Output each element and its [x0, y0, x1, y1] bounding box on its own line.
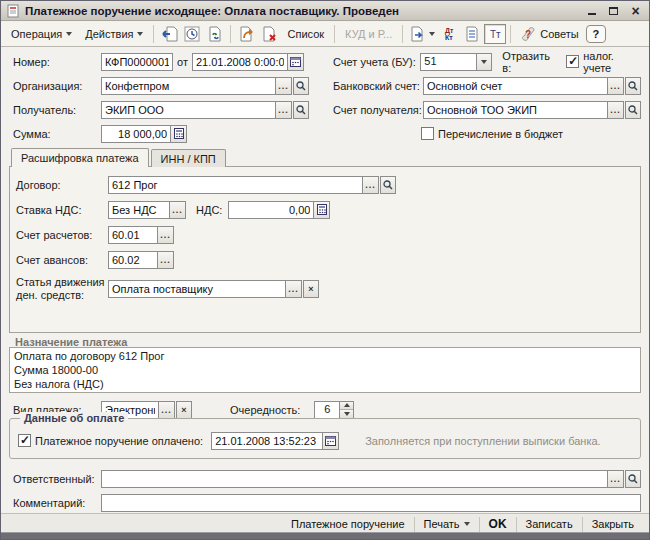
payment-type-select-button[interactable]: ... [159, 401, 175, 419]
priority-spinner[interactable] [340, 401, 354, 419]
priority-input[interactable]: 6 [314, 401, 340, 419]
responsible-input[interactable] [101, 470, 608, 488]
amount-row: Сумма: [13, 124, 187, 143]
reread-button[interactable] [158, 24, 180, 44]
recipient-account-row: Счет получателя: ... [333, 100, 641, 119]
toolbar-separator [402, 25, 403, 43]
comment-input[interactable] [101, 494, 641, 512]
bank-account-open-button[interactable] [625, 77, 641, 95]
organization-open-button[interactable] [293, 77, 309, 95]
doc-lines-icon [464, 26, 480, 42]
minimize-icon [588, 13, 596, 15]
bank-account-input[interactable] [423, 77, 608, 95]
payment-info-group: Данные об оплате Платежное поручение опл… [9, 418, 641, 459]
responsible-select-button[interactable]: ... [608, 470, 624, 488]
actions-label: Действия [85, 28, 133, 40]
organization-input[interactable] [101, 77, 276, 95]
tt-toggle-button[interactable]: Тт [484, 24, 506, 44]
responsible-open-button[interactable] [625, 470, 641, 488]
organization-select-button[interactable]: ... [276, 77, 292, 95]
cash-flow-item-select-button[interactable]: ... [286, 280, 302, 298]
spinner-down-button[interactable] [340, 409, 353, 418]
recipient-account-input[interactable] [423, 101, 608, 119]
tax-accounting-checkbox[interactable] [566, 55, 579, 68]
recipient-open-button[interactable] [293, 101, 309, 119]
account-bu-combo[interactable]: 51 [420, 53, 477, 71]
tips-button[interactable]: ? Советы [515, 24, 584, 44]
paid-date-input[interactable] [211, 432, 323, 450]
contract-input[interactable] [108, 176, 363, 194]
advance-account-row: Счет авансов: ... [16, 250, 174, 269]
cancel-posting-button[interactable] [258, 24, 280, 44]
paid-calendar-button[interactable] [323, 432, 339, 450]
list-label: Список [287, 28, 324, 40]
close-button[interactable]: × [627, 3, 644, 18]
payment-order-print-form-button[interactable]: Платежное поручение [282, 515, 414, 534]
settlement-account-input[interactable] [108, 226, 158, 244]
post-document-button[interactable] [204, 24, 226, 44]
minimize-button[interactable] [583, 3, 600, 18]
recipient-account-open-button[interactable] [625, 101, 641, 119]
chevron-down-icon [429, 32, 435, 36]
vat-calculator-button[interactable] [314, 201, 330, 219]
from-label: от [177, 56, 188, 68]
payment-info-legend: Данные об оплате [20, 412, 128, 424]
print-button[interactable]: Печать [415, 515, 479, 534]
date-input[interactable] [192, 53, 288, 71]
paid-checkbox[interactable] [18, 434, 31, 447]
purpose-textarea[interactable]: Оплата по договору 612 Прог Сумма 18000-… [9, 347, 641, 393]
cash-flow-item-input[interactable] [108, 280, 286, 298]
actions-menu-button[interactable]: Действия [79, 24, 149, 44]
amount-input[interactable] [101, 125, 171, 143]
maximize-button[interactable] [605, 3, 622, 18]
cash-flow-item-clear-button[interactable]: × [303, 280, 319, 298]
posting-result-button[interactable] [461, 24, 483, 44]
contract-select-button[interactable]: ... [363, 176, 379, 194]
bank-account-select-button[interactable]: ... [608, 77, 624, 95]
vat-rate-select-button[interactable]: ... [170, 201, 186, 219]
ok-button[interactable]: OK [480, 515, 516, 534]
tab-inn-kpp[interactable]: ИНН / КПП [151, 149, 226, 167]
spinner-up-button[interactable] [340, 402, 353, 410]
advance-account-input[interactable] [108, 251, 158, 269]
contract-label: Договор: [16, 179, 108, 191]
operation-label: Операция [11, 28, 62, 40]
amount-calculator-button[interactable] [171, 125, 187, 143]
tips-scroll-icon: ? [521, 26, 536, 42]
operation-menu-button[interactable]: Операция [5, 24, 78, 44]
recipient-row: Получатель: ... [13, 100, 309, 119]
budget-transfer-row: Перечисление в бюджет [421, 124, 563, 143]
create-based-on-button[interactable] [407, 24, 437, 44]
payment-details-panel: Договор: ... Ставка НДС: ... НДС: [9, 166, 641, 333]
account-bu-dropdown-button[interactable] [477, 53, 493, 71]
recipient-account-select-button[interactable]: ... [608, 101, 624, 119]
calendar-button[interactable] [288, 53, 304, 71]
save-button[interactable]: Записать [517, 515, 582, 534]
vat-rate-input[interactable] [108, 201, 170, 219]
payment-type-clear-button[interactable]: × [176, 401, 192, 419]
show-postings-button[interactable]: Дт Кт [438, 24, 460, 44]
tt-icon: Тт [490, 29, 501, 40]
list-button[interactable]: Список [281, 24, 330, 44]
recipient-select-button[interactable]: ... [276, 101, 292, 119]
help-button[interactable]: ? [586, 25, 606, 43]
contract-open-button[interactable] [380, 176, 396, 194]
copy-entry-button[interactable] [235, 24, 257, 44]
vat-input[interactable] [228, 201, 314, 219]
kud-button: КУД и Р... [339, 24, 398, 44]
set-time-button[interactable] [181, 24, 203, 44]
calendar-icon [325, 435, 336, 446]
advance-account-select-button[interactable]: ... [158, 251, 174, 269]
chevron-down-icon [481, 60, 487, 64]
vat-rate-label: Ставка НДС: [16, 204, 108, 216]
recipient-input[interactable] [101, 101, 276, 119]
calculator-icon [174, 128, 184, 139]
settlement-account-label: Счет расчетов: [16, 229, 108, 241]
number-input[interactable] [101, 53, 173, 71]
close-window-button[interactable]: Закрыть [583, 515, 643, 534]
budget-transfer-checkbox[interactable] [421, 127, 434, 140]
paid-row: Платежное поручение оплачено: Заполняетс… [18, 431, 638, 450]
reflect-label: Отразить в: [502, 50, 560, 74]
settlement-account-select-button[interactable]: ... [158, 226, 174, 244]
tab-payment-details[interactable]: Расшифровка платежа [11, 148, 149, 167]
